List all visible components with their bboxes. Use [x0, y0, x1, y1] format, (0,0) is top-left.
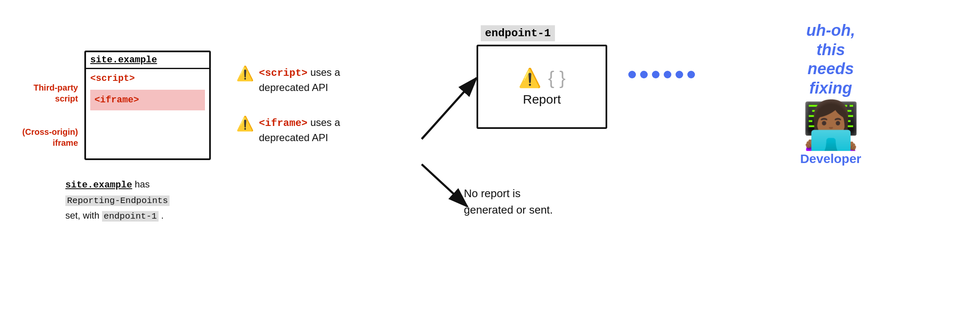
dot-2 [640, 71, 648, 78]
label-cross-origin: (Cross-origin)iframe [8, 126, 78, 148]
warning-item-iframe: ⚠️ <iframe> uses adeprecated API [236, 115, 413, 144]
warning-item-script: ⚠️ <script> uses adeprecated API [236, 65, 413, 94]
uh-oh-text: uh-oh,thisneedsfixing [759, 21, 902, 98]
browser-titlebar: site.example [86, 52, 209, 69]
warning-icon-2: ⚠️ [236, 116, 254, 131]
dot-5 [676, 71, 683, 78]
dotted-line [628, 71, 695, 78]
caption-endpoint-1: endpoint-1 [102, 211, 159, 222]
browser-box: site.example <script> <iframe> [84, 51, 211, 160]
browser-title: site.example [90, 55, 157, 65]
endpoint-braces: { } [548, 67, 566, 88]
warning-text-1: <script> uses adeprecated API [259, 65, 340, 94]
browser-iframe-tag: <iframe> [90, 90, 205, 110]
svg-line-2 [422, 164, 467, 206]
endpoint-warning-icon: ⚠️ [518, 67, 541, 89]
dot-6 [687, 71, 695, 78]
warning-area: ⚠️ <script> uses adeprecated API ⚠️ <ifr… [236, 65, 413, 166]
warning-tag-script: <script> [259, 67, 307, 79]
caption-site-example: site.example [65, 180, 132, 190]
dot-4 [664, 71, 671, 78]
diagram: site.example <script> <iframe> Third-par… [0, 0, 980, 321]
developer-area: uh-oh,thisneedsfixing 👩🏾‍💻 Developer [759, 21, 902, 166]
endpoint-container: endpoint-1 ⚠️ { } Report [477, 25, 607, 129]
label-third-party: Third-partyscript [13, 82, 78, 104]
browser-script-tag: <script> [86, 69, 209, 86]
bottom-caption: site.example has Reporting-Endpoints set… [65, 177, 170, 223]
endpoint-label: endpoint-1 [481, 25, 555, 41]
dot-3 [652, 71, 660, 78]
warning-tag-iframe: <iframe> [259, 118, 307, 129]
warning-icon-1: ⚠️ [236, 66, 254, 80]
no-report-text: No report isgenerated or sent. [464, 185, 553, 218]
endpoint-icons: ⚠️ { } [518, 67, 566, 89]
endpoint-box: ⚠️ { } Report [477, 45, 607, 129]
developer-emoji: 👩🏾‍💻 [759, 102, 902, 148]
caption-reporting-endpoints: Reporting-Endpoints [65, 195, 170, 206]
endpoint-report-text: Report [523, 92, 561, 107]
dot-1 [628, 71, 636, 78]
developer-label: Developer [759, 152, 902, 166]
svg-line-1 [422, 78, 477, 139]
warning-text-2: <iframe> uses adeprecated API [259, 115, 340, 144]
